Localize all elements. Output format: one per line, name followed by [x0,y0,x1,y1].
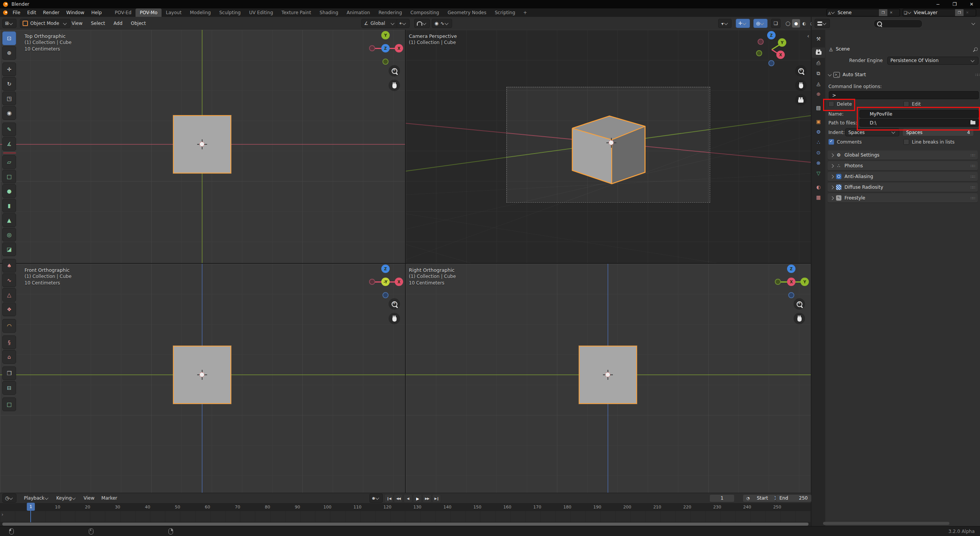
drag-handle-icon[interactable]: ∷∷ [970,164,975,168]
axis-ball-negy[interactable]: -Y [381,278,390,286]
transform-orientation-dropdown[interactable]: ∠Global [361,17,398,30]
scene-name[interactable]: Scene [837,10,879,15]
add-workspace-button[interactable]: + [519,8,531,17]
tab-particles[interactable]: ∴ [813,137,824,147]
viewport-menu-view[interactable]: View [68,19,86,28]
menu-render[interactable]: Render [39,8,63,17]
pin-icon[interactable] [973,47,978,52]
tab-texture[interactable]: ▦ [813,192,824,203]
remove-viewlayer-icon[interactable]: ✕ [964,11,971,15]
scene-selector[interactable]: ◬ Scene ❐ ✕ [826,9,900,16]
panel-photons[interactable]: ∴Photons∷∷ [828,161,978,170]
tab-output[interactable]: ⎙ [813,58,824,68]
tool-add-rainbow[interactable]: ◠ [2,319,16,333]
xray-toggle[interactable]: ❏ [771,17,781,30]
tool-add-prism[interactable]: ◪ [2,242,16,256]
copy-scene-icon[interactable]: ❐ [879,9,887,16]
tab-physics[interactable]: ⊙ [813,147,824,158]
tool-cursor[interactable]: ⊕ [2,46,16,60]
axis-ball-z[interactable] [768,60,774,66]
viewport-menu-select[interactable]: Select [87,19,108,28]
viewlayer-name[interactable]: ViewLayer [913,10,955,15]
tab-world[interactable]: ⊕ [813,89,824,99]
tab-data[interactable]: ▽ [813,168,824,178]
timeline-menu-view[interactable]: View [80,494,98,502]
zoom-icon[interactable] [795,65,807,77]
axis-ball-x[interactable] [369,279,375,285]
minimize-button[interactable]: − [929,0,946,8]
close-button[interactable]: ✕ [963,0,980,8]
workspace-tab-geometry-nodes[interactable]: Geometry Nodes [443,8,490,17]
play-button[interactable]: ▶ [413,494,422,503]
tool-add-liquid-box[interactable]: ⊟ [2,381,16,395]
tab-view-layer[interactable]: ⧉ [813,68,824,78]
axis-ball-z[interactable]: Z [787,265,795,273]
workspace-tab-animation[interactable]: Animation [343,8,374,17]
axis-ball-y[interactable]: Y [778,38,786,47]
axis-ball-x[interactable]: X [395,44,403,52]
menu-window[interactable]: Window [63,8,88,17]
pan-hand-icon[interactable] [389,313,400,324]
mode-dropdown[interactable]: Object Mode [20,17,70,30]
axis-ball-x[interactable]: X [787,278,795,286]
axis-ball-y[interactable]: Y [800,278,809,286]
axis-ball-x[interactable]: X [776,51,785,59]
workspace-tab-scripting[interactable]: Scripting [490,8,519,17]
workspace-tab-pov-mo[interactable]: POV-Mo [136,8,162,17]
snap-toggle[interactable] [414,17,430,30]
tool-annotate[interactable]: ✎ [2,123,16,136]
tool-add-curve[interactable]: ∿ [2,273,16,287]
editor-type-properties[interactable] [815,17,830,30]
tool-add-spring[interactable]: § [2,335,16,349]
panel-global-settings[interactable]: ⚙Global Settings∷∷ [828,150,978,160]
nav-gizmo[interactable]: ZX-Y [368,264,403,299]
tab-scene[interactable]: ◬ [813,78,824,89]
tool-select-box[interactable]: ⊡ [2,31,16,45]
edit-checkbox[interactable] [903,101,909,107]
menu-edit[interactable]: Edit [24,8,39,17]
workspace-tab-texture-paint[interactable]: Texture Paint [277,8,315,17]
blender-menu-icon[interactable] [3,10,8,15]
tool-add-lamp[interactable]: ⌂ [2,350,16,364]
tool-add-cube[interactable]: □ [2,170,16,183]
workspace-tab-shading[interactable]: Shading [315,8,343,17]
menu-help[interactable]: Help [88,8,105,17]
axis-ball-y[interactable] [775,279,781,285]
tool-add-wire-cube[interactable]: □ [2,397,16,411]
properties-filter-dropdown[interactable] [971,17,976,30]
cube-object-3d[interactable] [568,113,660,194]
frame-start-field[interactable]: ◔ Start1 [743,494,781,502]
tool-scale[interactable]: ◳ [2,92,16,105]
pan-hand-icon[interactable] [795,80,807,91]
tab-tool[interactable]: ⚒ [813,34,824,44]
viewport-menu-object[interactable]: Object [127,19,149,28]
timeline-ruler[interactable]: 1020304050607080901001101201301401501601… [0,503,811,511]
axis-ball-y[interactable] [382,59,389,65]
workspace-tab-compositing[interactable]: Compositing [406,8,443,17]
jump-to-start-button[interactable]: ❙◀ [384,494,393,503]
tab-material[interactable]: ◐ [813,182,824,192]
restore-button[interactable]: ❐ [946,0,963,8]
scrollbar-thumb[interactable] [2,523,808,526]
axis-ball-x[interactable]: X [395,278,403,286]
prev-keyframe-button[interactable]: ◀◀ [394,494,403,503]
panel-diffuse-radiosity[interactable]: Diffuse Radiosity∷∷ [828,183,978,192]
timeline-menu-playback[interactable]: Playback [20,494,53,502]
pan-hand-icon[interactable] [389,80,400,91]
comments-checkbox[interactable] [828,139,834,145]
command-line-input[interactable]: > [829,91,979,99]
camera-view-icon[interactable] [795,94,807,106]
object-visibility-dropdown[interactable]: ➤ [718,17,732,30]
breadcrumb-scene[interactable]: Scene [836,46,850,52]
tool-move[interactable]: ✛ [2,62,16,76]
viewport-menu-add[interactable]: Add [110,19,126,28]
frame-end-field[interactable]: End250 [776,494,812,502]
render-engine-dropdown[interactable]: Persistence Of Vision [887,57,978,65]
drag-handle-icon[interactable]: ∷∷ [970,175,975,179]
drag-handle-icon[interactable]: ∷∷ [970,185,975,190]
drag-handle-icon[interactable]: ∷∷ [970,153,975,157]
zoom-icon[interactable] [794,298,805,310]
tool-add-cylinder[interactable]: ▮ [2,199,16,212]
workspace-tab-pov-ed[interactable]: POV-Ed [111,8,136,17]
tab-modifiers[interactable]: ⚙ [813,127,824,137]
